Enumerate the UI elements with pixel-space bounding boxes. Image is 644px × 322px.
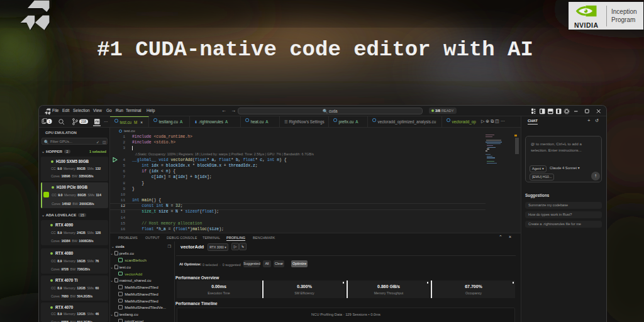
svg-text:1: 1 [48,120,50,123]
svg-text:218: 218 [81,120,86,123]
svg-text:⋯: ⋯ [104,119,108,123]
